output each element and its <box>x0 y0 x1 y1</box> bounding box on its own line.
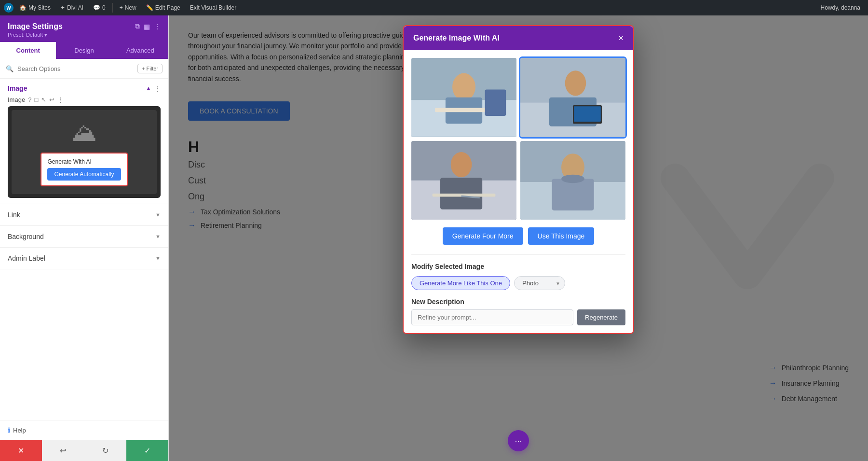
wp-logo[interactable]: W <box>4 3 14 13</box>
generate-automatically-button[interactable]: Generate Automatically <box>47 168 121 181</box>
svg-rect-21 <box>552 179 594 210</box>
reset-button[interactable]: ↩ <box>42 440 84 461</box>
image-copy-icon[interactable]: □ <box>34 96 38 103</box>
image-toolbar: Image ? □ ↖ ↩ ⋮ <box>8 96 161 103</box>
admin-bar-comments[interactable]: 💬 0 <box>89 0 109 15</box>
generate-four-more-button[interactable]: Generate Four More <box>443 227 523 245</box>
image-more-icon[interactable]: ⋮ <box>154 85 161 92</box>
help-text[interactable]: Help <box>13 427 26 434</box>
image-section: Image ▲ ⋮ Image ? □ ↖ ↩ ⋮ ⛰ Gen <box>0 79 168 204</box>
comment-icon: 💬 <box>93 4 100 11</box>
admin-bar: W 🏠 My Sites ✦ Divi AI 💬 0 + New ✏️ Edit… <box>0 0 868 15</box>
modify-controls: Generate More Like This One Photo Illust… <box>411 276 625 290</box>
background-section: Background ▼ <box>0 226 168 248</box>
person-svg-1 <box>411 58 516 137</box>
admin-label-title: Admin Label <box>8 254 45 262</box>
cancel-button[interactable]: ✕ <box>0 440 42 461</box>
admin-bar-right: Howdy, deanna <box>817 4 865 11</box>
modify-title: Modify Selected Image <box>411 263 625 270</box>
admin-label-chevron-icon: ▼ <box>155 255 161 261</box>
style-dropdown-wrap: Photo Illustration Sketch Painting ▼ <box>514 276 565 290</box>
help-icon: ℹ <box>8 426 10 434</box>
ai-generate-title: Generate With AI <box>47 158 121 165</box>
content-area: Our team of experienced advisors is comm… <box>169 15 868 461</box>
image-section-header[interactable]: Image ▲ ⋮ <box>8 84 161 92</box>
chevron-up-icon: ▲ <box>146 85 151 92</box>
generate-image-modal: Generate Image With AI × <box>403 25 634 334</box>
search-icon: 🔍 <box>6 65 14 72</box>
admin-bar-new[interactable]: + New <box>116 0 140 15</box>
refresh-icon: ↻ <box>102 446 108 455</box>
cancel-icon: ✕ <box>18 446 24 455</box>
refresh-button[interactable]: ↻ <box>84 440 126 461</box>
admin-bar-editpage[interactable]: ✏️ Edit Page <box>142 0 184 15</box>
link-chevron-icon: ▼ <box>155 212 161 218</box>
plus-icon: + <box>120 4 123 11</box>
admin-bar-mysites[interactable]: 🏠 My Sites <box>15 0 54 15</box>
svg-point-14 <box>451 152 472 177</box>
sidebar-header-top: Image Settings Preset: Default ▾ ⧉ ▦ ⋮ <box>8 22 161 38</box>
tab-design[interactable]: Design <box>56 42 112 59</box>
generated-image-3[interactable] <box>411 141 516 220</box>
separator-1 <box>112 3 113 13</box>
admin-bar-exit-builder[interactable]: Exit Visual Builder <box>186 0 241 15</box>
image-section-title: Image <box>8 84 27 92</box>
modal-close-button[interactable]: × <box>618 34 624 42</box>
admin-label-section: Admin Label ▼ <box>0 248 168 269</box>
sidebar: Image Settings Preset: Default ▾ ⧉ ▦ ⋮ C… <box>0 15 169 461</box>
admin-bar-howdy[interactable]: Howdy, deanna <box>817 4 865 11</box>
sidebar-header-actions: ⧉ ▦ ⋮ <box>135 22 161 30</box>
modal-action-buttons: Generate Four More Use This Image <box>411 227 625 245</box>
svg-point-8 <box>565 70 586 96</box>
use-this-image-button[interactable]: Use This Image <box>528 227 595 245</box>
description-input[interactable] <box>411 309 573 325</box>
image-select-icon[interactable]: ↖ <box>41 96 46 103</box>
more-icon[interactable]: ⋮ <box>154 23 161 30</box>
floating-action-button[interactable]: ··· <box>508 430 529 451</box>
save-icon: ✓ <box>144 446 150 455</box>
person-svg-4 <box>520 141 625 220</box>
modal-body: Generate Four More Use This Image Modify… <box>404 50 633 333</box>
fab-icon: ··· <box>515 436 522 446</box>
tab-content[interactable]: Content <box>0 42 56 59</box>
generated-image-2[interactable] <box>520 58 625 137</box>
generated-image-4[interactable] <box>520 141 625 220</box>
regenerate-button[interactable]: Regenerate <box>577 309 625 325</box>
copy-icon[interactable]: ⧉ <box>135 22 140 30</box>
modal-title: Generate Image With AI <box>413 34 500 42</box>
image-reset-icon[interactable]: ↩ <box>49 96 54 103</box>
link-section-header[interactable]: Link ▼ <box>0 204 168 225</box>
modal-overlay: Generate Image With AI × <box>169 15 868 461</box>
search-input[interactable] <box>17 65 134 72</box>
save-button[interactable]: ✓ <box>126 440 168 461</box>
sidebar-preset[interactable]: Preset: Default ▾ <box>8 32 63 38</box>
admin-bar-diviai[interactable]: ✦ Divi AI <box>56 0 87 15</box>
style-select[interactable]: Photo Illustration Sketch Painting <box>514 276 565 290</box>
image-preview-inner: ⛰ Generate With AI Generate Automaticall… <box>12 110 157 194</box>
background-chevron-icon: ▼ <box>155 234 161 239</box>
filter-button[interactable]: + Filter <box>137 64 163 73</box>
divi-ai-icon: ✦ <box>60 4 65 11</box>
placeholder-icon: ⛰ <box>72 118 97 147</box>
sidebar-title-group: Image Settings Preset: Default ▾ <box>8 22 63 38</box>
link-section: Link ▼ <box>0 204 168 226</box>
sidebar-tabs: Content Design Advanced <box>0 42 168 59</box>
person-svg-3 <box>411 141 516 220</box>
tab-advanced[interactable]: Advanced <box>112 42 168 59</box>
svg-rect-4 <box>435 108 493 112</box>
columns-icon[interactable]: ▦ <box>144 23 150 30</box>
generated-images-grid <box>411 58 625 220</box>
image-label: Image <box>8 96 25 103</box>
admin-label-header[interactable]: Admin Label ▼ <box>0 248 168 269</box>
sidebar-search: 🔍 + Filter <box>0 59 168 79</box>
description-input-row: Regenerate <box>411 309 625 325</box>
ai-generate-box: Generate With AI Generate Automatically <box>41 153 127 186</box>
generated-image-1[interactable] <box>411 58 516 137</box>
background-section-header[interactable]: Background ▼ <box>0 226 168 247</box>
generate-more-like-this-button[interactable]: Generate More Like This One <box>411 276 510 290</box>
sidebar-header-wrap: Image Settings Preset: Default ▾ ⧉ ▦ ⋮ C… <box>0 15 168 59</box>
modal-header: Generate Image With AI × <box>404 26 633 50</box>
link-section-title: Link <box>8 211 20 219</box>
image-help-icon[interactable]: ? <box>28 96 31 103</box>
image-more2-icon[interactable]: ⋮ <box>57 96 64 103</box>
